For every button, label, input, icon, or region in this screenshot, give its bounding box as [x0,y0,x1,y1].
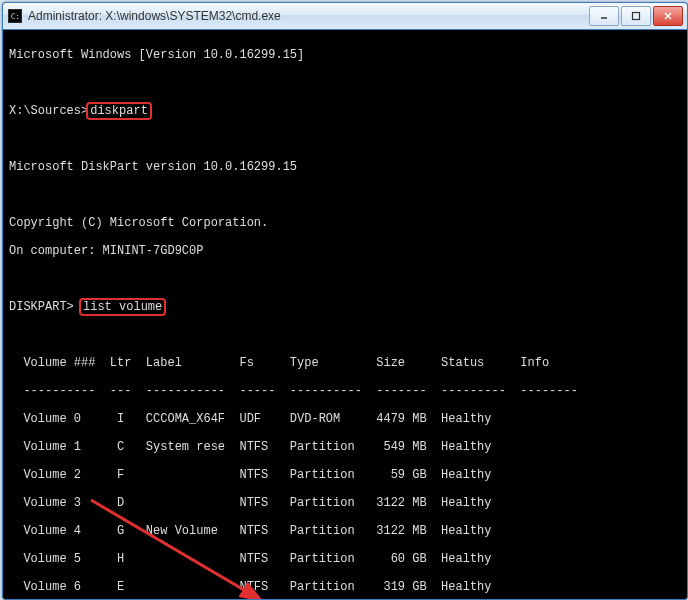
vol-divider: ---------- --- ----------- ----- -------… [9,384,681,398]
blank [9,132,681,146]
copyright: Copyright (C) Microsoft Corporation. [9,216,681,230]
blank [9,328,681,342]
cmd-listvol-highlight: list volume [79,298,166,316]
vol-row: Volume 4 G New Volume NTFS Partition 312… [9,524,681,538]
blank [9,188,681,202]
header-line: Microsoft Windows [Version 10.0.16299.15… [9,48,681,62]
vol-row: Volume 3 D NTFS Partition 3122 MB Health… [9,496,681,510]
vol-row: Volume 5 H NTFS Partition 60 GB Healthy [9,552,681,566]
cmd-window: C: Administrator: X:\windows\SYSTEM32\cm… [2,2,688,600]
svg-rect-4 [633,13,640,20]
blank [9,76,681,90]
maximize-button[interactable] [621,6,651,26]
cmd-diskpart-highlight: diskpart [86,102,152,120]
title-path: X:\windows\SYSTEM32\cmd.exe [105,9,280,23]
computer: On computer: MININT-7GD9C0P [9,244,681,258]
prompt-diskpart: X:\Sources>diskpart [9,104,681,118]
vol-row: Volume 6 E NTFS Partition 319 GB Healthy [9,580,681,594]
terminal-content[interactable]: Microsoft Windows [Version 10.0.16299.15… [3,30,687,599]
vol-row: Volume 0 I CCCOMA_X64F UDF DVD-ROM 4479 … [9,412,681,426]
title-prefix: Administrator: [28,9,105,23]
minimize-button[interactable] [589,6,619,26]
diskpart-version: Microsoft DiskPart version 10.0.16299.15 [9,160,681,174]
vol-header: Volume ### Ltr Label Fs Type Size Status… [9,356,681,370]
svg-text:C:: C: [11,12,20,21]
vol-row: Volume 2 F NTFS Partition 59 GB Healthy [9,468,681,482]
close-button[interactable] [653,6,683,26]
cmd-icon: C: [7,8,23,24]
window-buttons [589,6,683,26]
prompt-listvol: DISKPART> list volume [9,300,681,314]
titlebar[interactable]: C: Administrator: X:\windows\SYSTEM32\cm… [3,3,687,30]
vol-row: Volume 1 C System rese NTFS Partition 54… [9,440,681,454]
prompt-text: X:\Sources> [9,104,88,118]
diskpart-prompt-text: DISKPART> [9,300,74,314]
blank [9,272,681,286]
window-title: Administrator: X:\windows\SYSTEM32\cmd.e… [28,9,589,23]
